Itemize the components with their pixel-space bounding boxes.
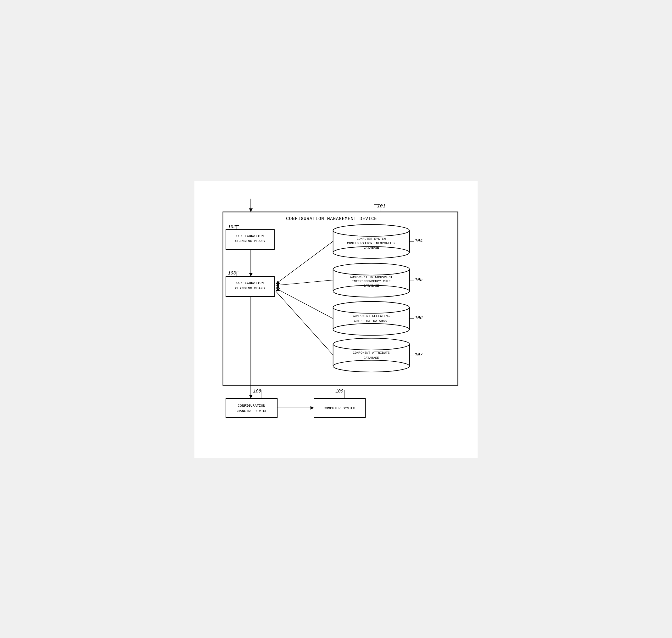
svg-rect-0 bbox=[223, 212, 458, 385]
svg-marker-62 bbox=[276, 285, 280, 288]
svg-text:COMPONENT ATTRIBUTE: COMPONENT ATTRIBUTE bbox=[353, 351, 390, 355]
svg-marker-72 bbox=[311, 406, 314, 409]
svg-marker-58 bbox=[276, 281, 280, 284]
svg-text:COMPUTER SYSTEM: COMPUTER SYSTEM bbox=[357, 237, 386, 241]
svg-text:CONFIGURATION INFORMATION: CONFIGURATION INFORMATION bbox=[347, 241, 395, 245]
svg-text:COMPUTER SYSTEM: COMPUTER SYSTEM bbox=[324, 406, 356, 410]
svg-line-57 bbox=[276, 241, 333, 284]
svg-point-26 bbox=[333, 247, 410, 258]
svg-text:CONFIGURATION MANAGEMENT DEVIC: CONFIGURATION MANAGEMENT DEVICE bbox=[286, 216, 377, 221]
svg-text:DATABASE: DATABASE bbox=[363, 284, 379, 288]
svg-rect-10 bbox=[226, 230, 274, 249]
svg-text:DATABASE: DATABASE bbox=[363, 246, 379, 250]
diagram: 101 CONFIGURATION MANAGEMENT DEVICE 102 … bbox=[204, 190, 468, 448]
svg-marker-64 bbox=[276, 288, 280, 291]
svg-text:COMPONENT SELECTING: COMPONENT SELECTING bbox=[353, 314, 390, 318]
svg-text:102: 102 bbox=[228, 224, 236, 229]
svg-text:DATABASE: DATABASE bbox=[363, 356, 379, 360]
svg-text:CHANGING MEANS: CHANGING MEANS bbox=[235, 286, 265, 290]
svg-text:CHANGING DEVICE: CHANGING DEVICE bbox=[236, 409, 268, 413]
svg-rect-18 bbox=[226, 276, 274, 296]
svg-point-41 bbox=[333, 302, 410, 313]
svg-text:106: 106 bbox=[415, 315, 423, 320]
svg-point-44 bbox=[333, 323, 410, 335]
svg-marker-60 bbox=[276, 283, 279, 286]
svg-point-32 bbox=[333, 263, 410, 275]
svg-text:CONFIGURATION: CONFIGURATION bbox=[236, 281, 264, 285]
svg-text:105: 105 bbox=[415, 277, 423, 282]
page: 101 CONFIGURATION MANAGEMENT DEVICE 102 … bbox=[194, 181, 478, 458]
svg-text:INTERDEPENDENCY RULE: INTERDEPENDENCY RULE bbox=[352, 280, 391, 283]
svg-text:101: 101 bbox=[377, 204, 386, 209]
svg-line-61 bbox=[276, 288, 333, 319]
svg-rect-76 bbox=[314, 399, 365, 418]
svg-point-35 bbox=[333, 285, 410, 297]
svg-text:108: 108 bbox=[253, 389, 261, 394]
svg-text:109: 109 bbox=[335, 389, 343, 394]
svg-text:103: 103 bbox=[228, 271, 236, 276]
svg-point-52 bbox=[333, 360, 410, 372]
svg-marker-22 bbox=[249, 395, 253, 398]
svg-line-63 bbox=[276, 291, 333, 355]
svg-text:COMPONENT-TO-COMPONENT: COMPONENT-TO-COMPONENT bbox=[350, 275, 392, 279]
svg-text:CONFIGURATION: CONFIGURATION bbox=[238, 404, 265, 408]
svg-text:107: 107 bbox=[415, 352, 423, 357]
svg-text:CONFIGURATION: CONFIGURATION bbox=[236, 234, 264, 238]
svg-text:GUIDELINE DATABASE: GUIDELINE DATABASE bbox=[354, 319, 389, 323]
svg-text:CHANGING MEANS: CHANGING MEANS bbox=[235, 239, 265, 243]
svg-rect-68 bbox=[226, 399, 277, 418]
svg-text:104: 104 bbox=[415, 238, 423, 243]
svg-marker-14 bbox=[249, 273, 253, 276]
svg-point-49 bbox=[333, 338, 410, 350]
svg-marker-6 bbox=[249, 208, 253, 212]
svg-point-23 bbox=[333, 224, 410, 236]
svg-line-59 bbox=[276, 280, 333, 285]
